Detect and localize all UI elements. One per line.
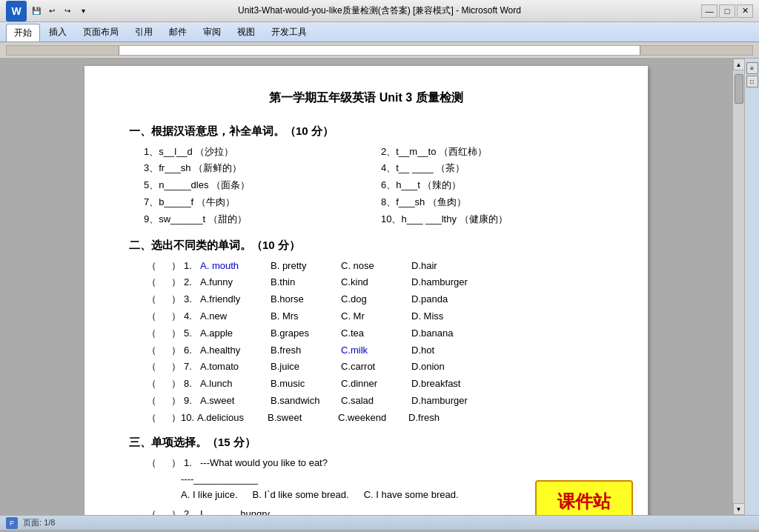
choice-9b: B.sandwich bbox=[271, 393, 330, 409]
choice-2d: D.hamburger bbox=[411, 275, 471, 290]
choice-1c: C. nose bbox=[341, 259, 400, 274]
quick-access-toolbar: 💾 ↩ ↪ ▾ bbox=[30, 4, 90, 18]
choice-5b: B.grapes bbox=[271, 326, 330, 342]
section2-header: 二、选出不同类的单词。（10 分） bbox=[129, 236, 603, 254]
choice-row-7: （ ） 7. A.tomato B.juice C.carrot D.onion bbox=[144, 359, 603, 375]
vocab-item-2: 2、t__m__to （西红柿） bbox=[381, 144, 603, 160]
choice-3b: B.horse bbox=[271, 292, 330, 307]
tab-pagelayout[interactable]: 页面布局 bbox=[76, 24, 126, 41]
vocab-item-8: 8、f___sh （鱼肉） bbox=[381, 195, 603, 210]
section1-header: 一、根据汉语意思，补全单词。（10 分） bbox=[129, 122, 603, 140]
choice-row-5: （ ） 5. A.apple B.grapes C.tea D.banana bbox=[144, 326, 603, 342]
vocab-item-4: 4、t__ ____ （茶） bbox=[381, 161, 603, 176]
choice-7d: D.onion bbox=[411, 359, 471, 375]
choice-6b: B.fresh bbox=[271, 343, 330, 359]
choice-5c: C.tea bbox=[341, 326, 400, 342]
maximize-button[interactable]: □ bbox=[719, 4, 735, 18]
choice-9d: D.hamburger bbox=[411, 393, 471, 409]
choice-row-9: （ ） 9. A.sweet B.sandwich C.salad D.hamb… bbox=[144, 393, 603, 409]
choice-5d: D.banana bbox=[411, 326, 471, 342]
choice-8d: D.breakfast bbox=[411, 376, 471, 392]
vocab-item-10: 10、h___ ___lthy （健康的） bbox=[381, 212, 603, 227]
vocab-item-6: 6、h___t （辣的） bbox=[381, 178, 603, 193]
choice-10a: A.delicious bbox=[197, 410, 256, 426]
tab-view[interactable]: 视图 bbox=[230, 24, 262, 41]
more-icon[interactable]: ▾ bbox=[76, 4, 90, 18]
vocab-item-3: 3、fr___sh （新鲜的） bbox=[144, 161, 366, 176]
page-count: 页面: 1/8 bbox=[23, 518, 55, 527]
watermark: 课件站 www.kjzhan.com bbox=[535, 480, 633, 515]
minimize-button[interactable]: — bbox=[701, 4, 717, 18]
tab-mailings[interactable]: 邮件 bbox=[162, 24, 194, 41]
title-bar: W 💾 ↩ ↪ ▾ Unit3-What-would-you-like质量检测(… bbox=[0, 0, 759, 22]
window-title: Unit3-What-would-you-like质量检测(含答案) [兼容模式… bbox=[238, 4, 521, 17]
choice-row-4: （ ） 4. A.new B. Mrs C. Mr D. Miss bbox=[144, 309, 603, 325]
vocab-item-1: 1、s__l__d （沙拉） bbox=[144, 144, 366, 160]
close-button[interactable]: ✕ bbox=[737, 4, 753, 18]
tab-developer[interactable]: 开发工具 bbox=[264, 24, 314, 41]
choice-row-2: （ ） 2. A.funny B.thin C.kind D.hamburger bbox=[144, 275, 603, 290]
undo-icon[interactable]: ↩ bbox=[45, 4, 59, 18]
choice-1b: B. pretty bbox=[271, 259, 330, 274]
choice-5a: A.apple bbox=[200, 326, 259, 342]
section3-header: 三、单项选择。（15 分） bbox=[129, 433, 603, 451]
choice-3a: A.friendly bbox=[200, 292, 259, 307]
vertical-scrollbar[interactable]: ▲ ▼ bbox=[732, 59, 744, 515]
ribbon-tabs: 开始 插入 页面布局 引用 邮件 审阅 视图 开发工具 bbox=[0, 22, 759, 41]
choice-6d: D.hot bbox=[411, 343, 471, 359]
choice-9a: A.sweet bbox=[200, 393, 259, 409]
vocab-item-9: 9、sw______t （甜的） bbox=[144, 212, 366, 227]
document-page: 第一学期五年级英语 Unit 3 质量检测 一、根据汉语意思，补全单词。（10 … bbox=[84, 66, 648, 515]
right-sidebar: ≡ □ bbox=[744, 59, 759, 515]
tab-review[interactable]: 审阅 bbox=[196, 24, 228, 41]
vocab-item-7: 7、b_____f （牛肉） bbox=[144, 195, 366, 210]
choice-4b: B. Mrs bbox=[271, 309, 330, 325]
main-area: 第一学期五年级英语 Unit 3 质量检测 一、根据汉语意思，补全单词。（10 … bbox=[0, 59, 759, 515]
status-bar: P 页面: 1/8 bbox=[0, 515, 759, 530]
choice-3c: C.dog bbox=[341, 292, 400, 307]
ribbon: 开始 插入 页面布局 引用 邮件 审阅 视图 开发工具 bbox=[0, 22, 759, 42]
title-bar-left: W 💾 ↩ ↪ ▾ bbox=[6, 1, 90, 21]
choice-4c: C. Mr bbox=[341, 309, 400, 325]
section3-q1: （ ） 1. ---What would you like to eat? bbox=[144, 456, 603, 471]
choice-questions: （ ） 1. A. mouth B. pretty C. nose D.hair… bbox=[144, 259, 603, 426]
scroll-thumb[interactable] bbox=[735, 74, 743, 104]
choice-8b: B.music bbox=[271, 376, 330, 392]
q2-text: I ______ hungry. bbox=[200, 507, 272, 515]
scroll-down-button[interactable]: ▼ bbox=[733, 503, 745, 515]
word-logo: W bbox=[6, 1, 27, 21]
ruler bbox=[0, 42, 759, 59]
page-indicator: P 页面: 1/8 bbox=[6, 517, 55, 529]
choice-2c: C.kind bbox=[341, 275, 400, 290]
choice-6a: A.healthy bbox=[200, 343, 259, 359]
choice-6c: C.milk bbox=[341, 343, 400, 359]
q1-optB: B. I`d like some bread. bbox=[253, 488, 349, 503]
page-icon: P bbox=[6, 517, 18, 529]
tab-insert[interactable]: 插入 bbox=[42, 24, 74, 41]
vocab-grid: 1、s__l__d （沙拉） 2、t__m__to （西红柿） 3、fr___s… bbox=[144, 144, 603, 227]
document-container[interactable]: 第一学期五年级英语 Unit 3 质量检测 一、根据汉语意思，补全单词。（10 … bbox=[0, 59, 732, 515]
q1-optC: C. I have some bread. bbox=[364, 488, 459, 503]
choice-2a: A.funny bbox=[200, 275, 259, 290]
choice-4d: D. Miss bbox=[411, 309, 471, 325]
choice-4a: A.new bbox=[200, 309, 259, 325]
q1-optA: A. I like juice. bbox=[181, 488, 238, 503]
tab-home[interactable]: 开始 bbox=[6, 24, 40, 41]
choice-row-3: （ ） 3. A.friendly B.horse C.dog D.panda bbox=[144, 292, 603, 307]
watermark-line1: 课件站 bbox=[546, 488, 623, 515]
redo-icon[interactable]: ↪ bbox=[61, 4, 74, 18]
scroll-up-button[interactable]: ▲ bbox=[733, 59, 745, 70]
document-title: 第一学期五年级英语 Unit 3 质量检测 bbox=[129, 88, 603, 107]
q1-text: ---What would you like to eat? bbox=[200, 456, 328, 471]
window-controls: — □ ✕ bbox=[701, 4, 753, 18]
sidebar-icon-1[interactable]: ≡ bbox=[746, 62, 758, 74]
scroll-track[interactable] bbox=[734, 70, 744, 503]
choice-10b: B.sweet bbox=[268, 410, 327, 426]
choice-1d: D.hair bbox=[411, 259, 471, 274]
choice-row-10: （ ）10. A.delicious B.sweet C.weekend D.f… bbox=[144, 410, 603, 426]
choice-8a: A.lunch bbox=[200, 376, 259, 392]
sidebar-icon-2[interactable]: □ bbox=[746, 76, 758, 87]
tab-references[interactable]: 引用 bbox=[127, 24, 160, 41]
save-icon[interactable]: 💾 bbox=[30, 4, 43, 18]
choice-2b: B.thin bbox=[271, 275, 330, 290]
